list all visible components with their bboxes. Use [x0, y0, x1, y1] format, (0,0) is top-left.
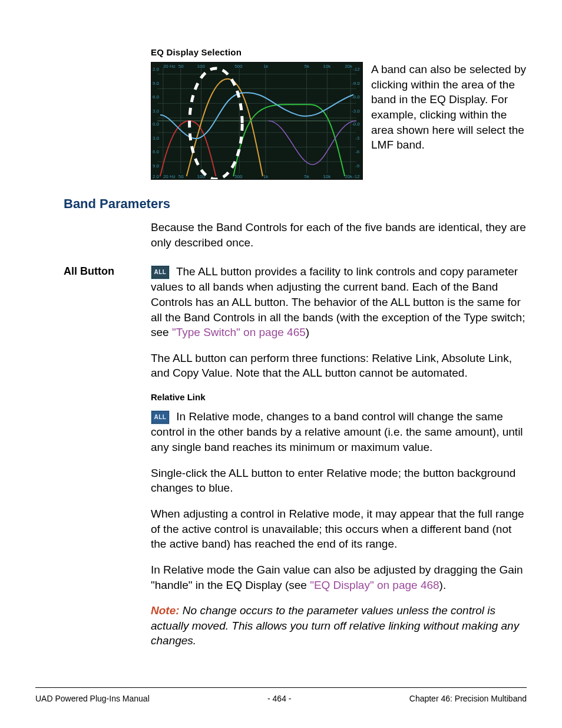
- relative-link-note: Note: No change occurs to the parameter …: [151, 603, 527, 648]
- svg-text:1k: 1k: [263, 64, 268, 69]
- svg-text:10k: 10k: [323, 64, 330, 69]
- svg-text:-12: -12: [353, 174, 359, 179]
- svg-text:-6.0: -6.0: [352, 94, 360, 100]
- relative-link-p4: In Relative mode the Gain value can also…: [151, 562, 527, 592]
- svg-text:20 Hz: 20 Hz: [163, 64, 176, 69]
- svg-text:50: 50: [178, 64, 184, 69]
- eq-display-selection-text: A band can also be selected by clicking …: [371, 62, 527, 153]
- svg-text:20 Hz: 20 Hz: [163, 174, 176, 179]
- svg-text:-9.0: -9.0: [352, 81, 360, 86]
- svg-text:100: 100: [197, 174, 206, 179]
- relative-link-heading: Relative Link: [151, 391, 527, 403]
- eq-display-figure: 20 Hz 50 100 500 1k 5k 10k 20k 20 Hz 50 …: [151, 62, 363, 180]
- all-button-icon: ALL: [151, 265, 170, 279]
- all-button-p1-lead: The ALL button provides a facility to li…: [176, 265, 518, 278]
- all-button-p2: The ALL button can perform three functio…: [151, 351, 527, 381]
- svg-text:-0.0: -0.0: [352, 121, 360, 127]
- svg-text:5k: 5k: [305, 174, 309, 179]
- svg-text:500: 500: [234, 64, 243, 69]
- page-footer: UAD Powered Plug-Ins Manual - 464 - Chap…: [35, 687, 527, 703]
- note-label: Note:: [151, 604, 180, 617]
- svg-text:9.0: 9.0: [153, 163, 160, 169]
- all-button-icon-blue: ALL: [151, 410, 170, 424]
- svg-text:3.0: 3.0: [153, 136, 160, 141]
- svg-text:0.0: 0.0: [153, 121, 160, 127]
- svg-text:500: 500: [234, 174, 243, 179]
- note-text: No change occurs to the parameter values…: [151, 604, 519, 647]
- svg-text:6.0: 6.0: [153, 149, 160, 154]
- svg-text:-12: -12: [353, 67, 359, 72]
- svg-text:20k: 20k: [345, 174, 352, 179]
- all-button-label: All Button: [64, 264, 151, 278]
- svg-text:20k: 20k: [345, 64, 352, 69]
- relative-link-p2: Single-click the ALL button to enter Rel…: [151, 466, 527, 496]
- svg-text:2.0: 2.0: [153, 174, 160, 179]
- relative-link-p1-rest: trol in the other bands by a relative am…: [151, 426, 523, 453]
- svg-text:-6: -6: [355, 149, 360, 154]
- svg-text:1k: 1k: [263, 174, 268, 179]
- eq-display-selection-heading: EQ Display Selection: [151, 47, 527, 57]
- footer-right: Chapter 46: Precision Multiband: [409, 694, 527, 703]
- svg-text:-3: -3: [355, 136, 360, 141]
- all-button-p1: ALL The ALL button provides a facility t…: [151, 264, 527, 340]
- relative-link-p1: ALL In Relative mode, changes to a band …: [151, 409, 527, 454]
- relative-link-p3: When adjusting a control in Relative mod…: [151, 506, 527, 552]
- footer-left: UAD Powered Plug-Ins Manual: [35, 694, 150, 703]
- svg-text:-9: -9: [355, 163, 360, 169]
- band-parameters-intro: Because the Band Controls for each of th…: [151, 220, 527, 250]
- svg-text:50: 50: [178, 174, 184, 179]
- svg-text:9.0: 9.0: [153, 81, 160, 86]
- footer-center: - 464 -: [267, 694, 291, 703]
- svg-text:6.0: 6.0: [153, 94, 160, 100]
- eq-display-xref[interactable]: "EQ Display" on page 468: [310, 579, 439, 591]
- svg-text:5k: 5k: [305, 64, 309, 69]
- band-parameters-heading: Band Parameters: [64, 196, 527, 212]
- relative-link-p4b: ).: [439, 579, 447, 591]
- svg-text:10k: 10k: [323, 174, 330, 179]
- svg-text:3.0: 3.0: [153, 108, 160, 114]
- svg-text:-3.0: -3.0: [352, 108, 360, 114]
- all-button-p1-close: ): [306, 326, 309, 338]
- svg-text:2.0: 2.0: [153, 67, 160, 72]
- svg-text:100: 100: [197, 64, 206, 69]
- type-switch-xref[interactable]: "Type Switch" on page 465: [172, 326, 306, 338]
